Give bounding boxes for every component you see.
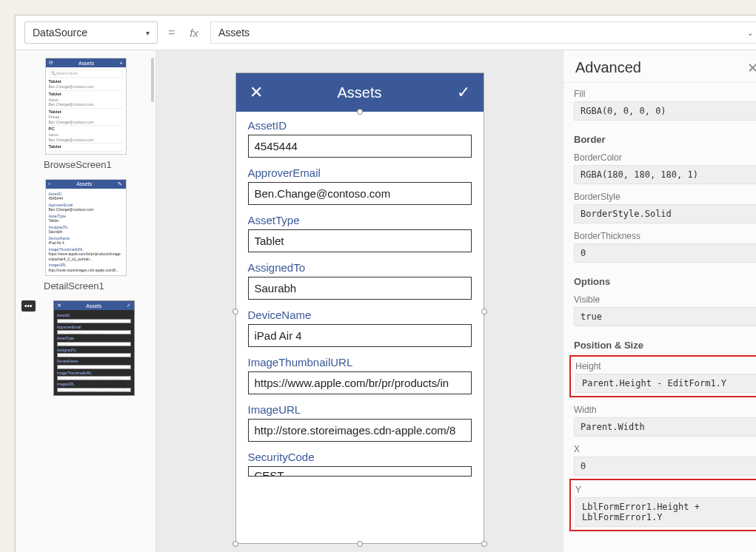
edit-form[interactable]: AssetID4545444 ApproverEmailBen.Change@c… bbox=[236, 112, 484, 484]
app-title: Assets bbox=[337, 84, 381, 101]
thumb-title: Assets bbox=[78, 61, 94, 66]
resize-handle[interactable] bbox=[233, 541, 238, 547]
prop-value[interactable]: 0 bbox=[574, 243, 756, 263]
app-frame: DataSource ▾ = fx Assets ⌄ ⟳ Assets + bbox=[15, 15, 756, 552]
canvas-area[interactable]: ✕ Assets ✓ AssetID4545444 ApproverEmailB… bbox=[156, 50, 563, 552]
prop-value[interactable]: RGBA(0, 0, 0, 0) bbox=[574, 101, 756, 121]
properties-panel: Advanced ✕ Fill RGBA(0, 0, 0, 0) Border … bbox=[563, 50, 756, 552]
formula-input[interactable]: Assets ⌄ bbox=[210, 21, 756, 44]
prop-value[interactable]: BorderStyle.Solid bbox=[574, 204, 756, 223]
prop-label: Visible bbox=[574, 294, 756, 305]
field-label: ApproverEmail bbox=[248, 166, 472, 179]
screens-panel[interactable]: ⟳ Assets + 🔍 Search items TabletBen.Chan… bbox=[16, 50, 156, 552]
field-label: ImageThumbnailURL bbox=[248, 356, 472, 368]
fx-icon: fx bbox=[185, 27, 203, 39]
thumb-title: Assets bbox=[76, 181, 92, 186]
check-icon: ✓ bbox=[127, 303, 131, 309]
highlighted-y: Y LblFormError1.Height + LblFormError1.Y bbox=[569, 479, 756, 531]
screen-label: DetailScreen1 bbox=[21, 280, 150, 292]
field-input[interactable]: Saurabh bbox=[248, 277, 472, 300]
screen-thumb-detail[interactable]: ‹ Assets ✎ AssetID4545444 ApproverEmailB… bbox=[21, 179, 150, 292]
prop-label: BorderStyle bbox=[574, 192, 756, 202]
prop-label: Width bbox=[574, 405, 756, 415]
prop-label: Y bbox=[575, 485, 756, 495]
field-input[interactable]: iPad Air 4 bbox=[248, 324, 472, 347]
back-icon: ‹ bbox=[49, 181, 50, 186]
chevron-down-icon: ▾ bbox=[146, 29, 150, 37]
prop-value[interactable]: Parent.Width bbox=[574, 417, 756, 437]
resize-handle[interactable] bbox=[481, 309, 487, 314]
prop-label: X bbox=[574, 444, 756, 454]
form-field: AssetTypeTablet bbox=[248, 214, 472, 252]
thumb-title: Assets bbox=[86, 303, 101, 309]
screen-thumb-edit-selected[interactable]: ••• ✕ Assets ✓ AssetID4545444 ApproverEm… bbox=[21, 300, 150, 400]
field-label: AssignedTo bbox=[248, 261, 472, 274]
prop-label: BorderThickness bbox=[574, 231, 756, 241]
form-field: ImageThumbnailURLhttps://www.apple.com/b… bbox=[248, 356, 472, 394]
highlighted-height: Height Parent.Height - EditForm1.Y bbox=[569, 355, 756, 397]
field-label: ImageURL bbox=[248, 403, 472, 416]
submit-icon[interactable]: ✓ bbox=[457, 83, 470, 102]
field-label: SecurityCode bbox=[248, 451, 472, 463]
property-name: DataSource bbox=[33, 27, 87, 38]
panel-body[interactable]: Fill RGBA(0, 0, 0, 0) Border BorderColor… bbox=[563, 83, 756, 552]
equals-sign: = bbox=[165, 26, 178, 39]
cancel-icon[interactable]: ✕ bbox=[250, 83, 263, 102]
edit-icon: ✎ bbox=[118, 181, 122, 187]
app-header: ✕ Assets ✓ bbox=[236, 73, 484, 112]
field-label: DeviceName bbox=[248, 309, 472, 321]
prop-label: Fill bbox=[574, 89, 756, 99]
form-field: ImageURLhttp://store.storeimages.cdn-app… bbox=[248, 403, 472, 442]
resize-handle[interactable] bbox=[357, 541, 363, 547]
form-field: SecurityCodeCEST bbox=[248, 451, 472, 477]
form-field: ApproverEmailBen.Change@contoso.com bbox=[248, 166, 472, 205]
section-border: Border bbox=[574, 134, 756, 145]
close-icon[interactable]: ✕ bbox=[747, 60, 756, 76]
form-field: DeviceNameiPad Air 4 bbox=[248, 309, 472, 347]
formula-bar: DataSource ▾ = fx Assets ⌄ bbox=[16, 16, 756, 50]
screen-thumb-browse[interactable]: ⟳ Assets + 🔍 Search items TabletBen.Chan… bbox=[21, 58, 150, 170]
panel-title: Advanced bbox=[575, 59, 641, 76]
close-icon: ✕ bbox=[57, 303, 61, 309]
main-area: ⟳ Assets + 🔍 Search items TabletBen.Chan… bbox=[16, 50, 756, 552]
scrollbar[interactable] bbox=[151, 58, 154, 102]
prop-value[interactable]: LblFormError1.Height + LblFormError1.Y bbox=[575, 497, 756, 527]
screen-label: BrowseScreen1 bbox=[21, 159, 150, 170]
resize-handle[interactable] bbox=[233, 309, 238, 314]
formula-value: Assets bbox=[218, 27, 250, 38]
prop-label: Height bbox=[575, 361, 756, 371]
plus-icon: + bbox=[119, 61, 122, 66]
prop-value[interactable]: 0 bbox=[574, 457, 756, 476]
field-input[interactable]: Ben.Change@contoso.com bbox=[248, 182, 472, 205]
section-position-size: Position & Size bbox=[574, 340, 756, 351]
field-input[interactable]: CEST bbox=[248, 466, 472, 477]
formula-chevron-down-icon: ⌄ bbox=[747, 29, 753, 37]
field-label: AssetID bbox=[248, 119, 472, 132]
field-input[interactable]: Tablet bbox=[248, 229, 472, 252]
field-input[interactable]: 4545444 bbox=[248, 135, 472, 158]
section-options: Options bbox=[574, 276, 756, 287]
refresh-icon: ⟳ bbox=[49, 60, 53, 66]
prop-value[interactable]: RGBA(180, 180, 180, 1) bbox=[574, 165, 756, 184]
panel-header: Advanced ✕ bbox=[563, 50, 756, 83]
resize-handle[interactable] bbox=[481, 541, 487, 547]
property-dropdown[interactable]: DataSource ▾ bbox=[24, 21, 158, 44]
prop-label: BorderColor bbox=[574, 152, 756, 163]
form-field: AssetID4545444 bbox=[248, 119, 472, 158]
prop-value[interactable]: true bbox=[574, 307, 756, 326]
field-label: AssetType bbox=[248, 214, 472, 226]
form-field: AssignedToSaurabh bbox=[248, 261, 472, 300]
prop-value[interactable]: Parent.Height - EditForm1.Y bbox=[575, 374, 756, 393]
resize-handle[interactable] bbox=[357, 109, 363, 115]
phone-canvas[interactable]: ✕ Assets ✓ AssetID4545444 ApproverEmailB… bbox=[235, 73, 484, 544]
field-input[interactable]: http://store.storeimages.cdn-apple.com/8 bbox=[248, 419, 472, 442]
more-icon[interactable]: ••• bbox=[21, 300, 36, 312]
field-input[interactable]: https://www.apple.com/br/pr/products/in bbox=[248, 371, 472, 394]
